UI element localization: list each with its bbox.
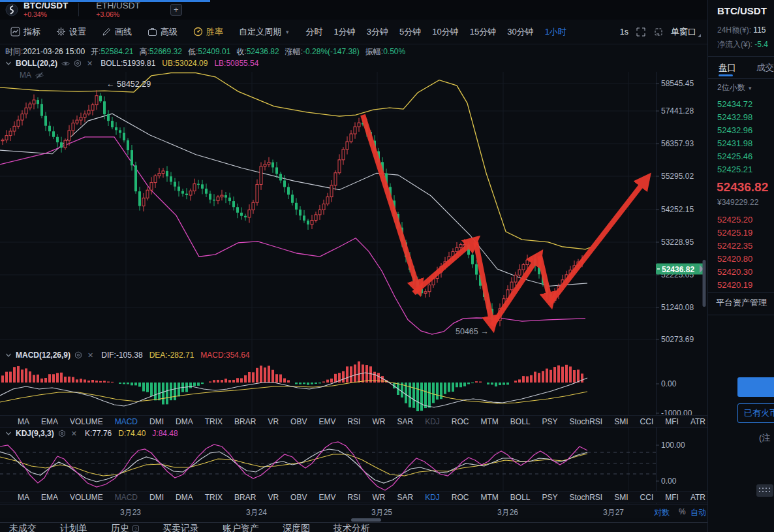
- close-icon[interactable]: ✕: [86, 351, 95, 360]
- tab-trades[interactable]: 成交: [756, 62, 774, 74]
- ask-price-row[interactable]: 52434.72: [717, 98, 774, 111]
- indicator-tab-volume[interactable]: VOLUME: [64, 417, 109, 426]
- indicator-tab-vr[interactable]: VR: [262, 417, 285, 426]
- bid-price-row[interactable]: 52422.35: [717, 240, 774, 253]
- tool-pencil[interactable]: 画线: [102, 26, 132, 38]
- fullscreen-icon[interactable]: [636, 27, 646, 37]
- horizontal-scrollbar[interactable]: [351, 518, 381, 522]
- bid-price-row[interactable]: 52420.19: [717, 279, 774, 292]
- indicator-tab-atr[interactable]: ATR: [685, 417, 707, 426]
- price-axis-scrollbar[interactable]: [703, 260, 706, 307]
- new-window-icon[interactable]: [653, 27, 664, 37]
- indicator-tab-ema[interactable]: EMA: [35, 493, 64, 502]
- indicator-tab-volume[interactable]: VOLUME: [64, 493, 109, 502]
- indicator-tab-mtm[interactable]: MTM: [474, 493, 504, 502]
- indicator-tab-ma[interactable]: MA: [12, 417, 35, 426]
- indicator-tab-psy[interactable]: PSY: [536, 493, 564, 502]
- bid-price-row[interactable]: 52425.19: [717, 227, 774, 240]
- chevron-down-icon[interactable]: [5, 61, 12, 66]
- indicator-tab-roc[interactable]: ROC: [446, 493, 475, 502]
- indicator-tab-trix[interactable]: TRIX: [199, 493, 228, 502]
- indicator-tab-kdj[interactable]: KDJ: [419, 493, 446, 502]
- indicator-tab-trix[interactable]: TRIX: [199, 417, 228, 426]
- resolution-label[interactable]: 1s: [620, 27, 628, 37]
- tool-winrate[interactable]: 胜率: [193, 26, 223, 38]
- timeframe-3分钟[interactable]: 3分钟: [367, 26, 388, 38]
- timeframe-分时[interactable]: 分时: [306, 26, 323, 38]
- indicator-tab-atr[interactable]: ATR: [685, 493, 707, 502]
- indicator-tab-ema[interactable]: EMA: [35, 417, 64, 426]
- settings-gear-icon[interactable]: [74, 59, 82, 67]
- tool-briefcase[interactable]: 高级: [147, 26, 178, 38]
- indicator-tab-stochrsi[interactable]: StochRSI: [564, 417, 609, 426]
- timeframe-1小时[interactable]: 1小时: [545, 26, 566, 38]
- indicator-tab-rsi[interactable]: RSI: [341, 493, 366, 502]
- chevron-down-icon[interactable]: [5, 431, 12, 436]
- timeframe-30分钟[interactable]: 30分钟: [507, 26, 533, 38]
- indicator-tab-dmi[interactable]: DMI: [144, 417, 170, 426]
- chevron-down-icon[interactable]: [5, 352, 12, 358]
- indicator-tab-smi[interactable]: SMI: [608, 417, 634, 426]
- bottom-tab-0[interactable]: 未成交: [9, 525, 37, 532]
- indicator-tab-cci[interactable]: CCI: [634, 493, 660, 502]
- pair-tab-ethusdt[interactable]: ETH/USDT +3.06%: [96, 1, 140, 18]
- indicator-tab-sar[interactable]: SAR: [391, 493, 419, 502]
- ask-price-row[interactable]: 52432.96: [717, 124, 774, 137]
- custom-period-dropdown[interactable]: 自定义周期▾: [239, 26, 289, 38]
- indicator-tab-psy[interactable]: PSY: [536, 417, 564, 426]
- primary-action-button[interactable]: [737, 377, 774, 397]
- axis-control-%[interactable]: %: [679, 507, 686, 516]
- indicator-tab-boll[interactable]: BOLL: [504, 417, 536, 426]
- indicator-tab-dmi[interactable]: DMI: [144, 493, 170, 502]
- indicator-tab-wr[interactable]: WR: [366, 493, 391, 502]
- bottom-tab-3[interactable]: 买卖记录: [163, 525, 199, 532]
- timeframe-10分钟[interactable]: 10分钟: [432, 26, 458, 38]
- bottom-tab-4[interactable]: 账户资产: [223, 525, 259, 532]
- indicator-tab-macd[interactable]: MACD: [109, 493, 144, 502]
- indicator-tab-vr[interactable]: VR: [262, 493, 285, 502]
- window-mode-button[interactable]: 单窗口: [671, 26, 701, 38]
- indicator-tab-mfi[interactable]: MFI: [659, 493, 685, 502]
- close-icon[interactable]: ✕: [85, 59, 94, 68]
- bottom-tab-2[interactable]: 历史?: [111, 525, 139, 532]
- indicator-tab-sar[interactable]: SAR: [391, 417, 419, 426]
- indicator-tab-obv[interactable]: OBV: [285, 493, 313, 502]
- axis-control-对数[interactable]: 对数: [654, 507, 670, 518]
- settings-gear-icon[interactable]: [74, 351, 82, 359]
- bid-price-row[interactable]: 52420.80: [717, 253, 774, 266]
- indicator-tab-rsi[interactable]: RSI: [341, 417, 366, 426]
- bottom-tab-5[interactable]: 深度图: [283, 525, 310, 532]
- bid-price-row[interactable]: 52425.20: [717, 213, 774, 227]
- eye-icon[interactable]: [61, 59, 70, 68]
- indicator-tab-roc[interactable]: ROC: [446, 417, 475, 426]
- bottom-tab-6[interactable]: 技术分析: [333, 525, 370, 532]
- indicator-tab-dma[interactable]: DMA: [170, 493, 199, 502]
- ask-price-row[interactable]: 52425.21: [717, 163, 774, 176]
- indicator-tab-obv[interactable]: OBV: [285, 417, 313, 426]
- indicator-tab-stochrsi[interactable]: StochRSI: [564, 493, 609, 502]
- indicator-tab-cci[interactable]: CCI: [634, 417, 660, 426]
- ask-price-row[interactable]: 52432.98: [717, 111, 774, 124]
- indicator-tab-mtm[interactable]: MTM: [474, 417, 504, 426]
- bottom-tab-1[interactable]: 计划单: [60, 525, 87, 532]
- add-pair-button[interactable]: +: [170, 4, 182, 16]
- keyboard-icon[interactable]: [756, 484, 773, 497]
- indicator-tab-macd[interactable]: MACD: [109, 417, 144, 426]
- indicator-tab-brar[interactable]: BRAR: [228, 417, 262, 426]
- date-axis[interactable]: 3月233月243月253月263月27对数%自动: [0, 504, 707, 518]
- bid-price-row[interactable]: 52420.30: [717, 266, 774, 279]
- tool-gear[interactable]: 设置: [56, 26, 86, 38]
- timeframe-5分钟[interactable]: 5分钟: [399, 26, 421, 38]
- indicator-tab-boll[interactable]: BOLL: [504, 493, 536, 502]
- indicator-tab-kdj[interactable]: KDJ: [419, 417, 446, 426]
- axis-control-自动[interactable]: 自动: [690, 507, 706, 518]
- price-chart-canvas[interactable]: ← 58452.2950465 →58545.4557441.2856357.9…: [0, 0, 707, 532]
- eye-off-icon[interactable]: [35, 71, 44, 80]
- ask-price-row[interactable]: 52425.46: [717, 150, 774, 163]
- precision-dropdown[interactable]: 2位小数 ▾: [717, 82, 752, 93]
- indicator-tab-brar[interactable]: BRAR: [228, 493, 262, 502]
- tool-indicator[interactable]: 指标: [10, 26, 40, 38]
- indicator-tab-emv[interactable]: EMV: [313, 417, 341, 426]
- indicator-tab-mfi[interactable]: MFI: [659, 417, 685, 426]
- secondary-action-button[interactable]: 已有火币: [737, 403, 774, 423]
